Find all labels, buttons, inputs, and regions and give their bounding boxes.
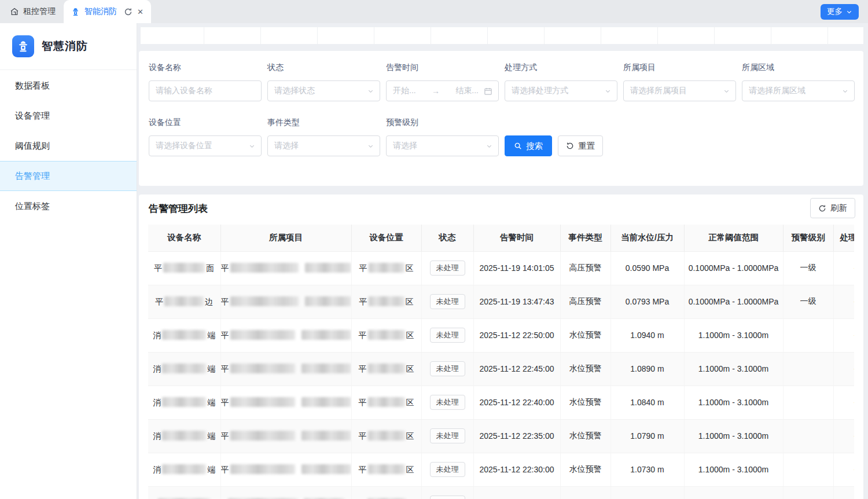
search-icon [514,142,522,150]
tabbar-spacer [151,0,821,23]
redacted-text [301,397,351,407]
redacted-text [230,296,299,306]
cell-project: 平向) [220,419,351,453]
tab-close-icon[interactable]: ✕ [137,8,144,16]
device-name-input[interactable]: 请输入设备名称 [149,80,262,101]
cell-value: 1.0890 m [610,352,684,386]
alarm-table: 设备名称所属项目设备位置状态告警时间事件类型当前水位/压力正常阈值范围预警级别处… [148,225,854,499]
cell-name: 消端 [148,453,220,486]
cell-time [473,486,560,499]
column-header-value: 当前水位/压力 [610,225,684,251]
refresh-button[interactable]: 刷新 [810,198,855,218]
cell-status: 未处理 [421,352,473,386]
redacted-text [163,263,205,273]
cell-range: 1.1000m - 3.1000m [684,386,783,419]
device-location-select[interactable]: 请选择设备位置 [149,135,262,156]
cell-name: 消端 [148,318,220,352]
cell-loc [351,486,421,499]
sidebar-item-dashboard[interactable]: 数据看板 [0,71,137,101]
status-tag: 未处理 [430,294,465,309]
redacted-text [368,397,405,407]
reset-icon [566,142,574,150]
filter-device-name: 设备名称 请输入设备名称 [149,63,262,101]
cell-range [684,486,783,499]
tab-refresh-icon[interactable] [124,8,133,16]
calendar-icon [484,87,492,96]
redacted-text [305,296,351,306]
reset-button[interactable]: 重置 [558,135,603,156]
fire-hydrant-icon [71,8,80,16]
redacted-text [369,263,404,273]
redacted-text [162,431,206,441]
sidebar-item-threshold-rules[interactable]: 阈值规则 [0,131,137,161]
cell-name: 平边 [148,285,220,318]
redacted-text [301,330,351,340]
alarm-level-select[interactable]: 请选择 [386,135,499,156]
redacted-text [164,296,204,306]
sidebar: 智慧消防 数据看板 设备管理 阈值规则 告警管理 位置标签 [0,23,137,499]
redacted-text [162,464,206,474]
cell-value: 1.0840 m [610,386,684,419]
status-tag: 未处理 [430,395,465,410]
status-select[interactable]: 请选择状态 [267,80,380,101]
redacted-text [230,263,299,273]
cell-time: 2025-11-12 22:50:00 [473,318,560,352]
status-tag: 未处理 [430,496,465,499]
cell-time: 2025-11-12 22:30:00 [473,453,560,486]
column-header-level: 预警级别 [783,225,833,251]
cell-project: 平向) [220,285,351,318]
cell-level [783,453,833,486]
chevron-down-icon [846,9,852,15]
table-row: 未处理 [148,486,854,499]
table-row: 消端平向)平区未处理2025-11-12 22:30:00水位预警1.0730 … [148,453,854,486]
tab-smart-fire[interactable]: 智能消防 ✕ [64,0,151,23]
column-header-status: 状态 [421,225,473,251]
cell-action: -- [833,352,854,386]
cell-project [220,486,351,499]
table-row: 消端平向)平区未处理2025-11-12 22:40:00水位预警1.0840 … [148,386,854,419]
app-title: 智慧消防 [42,39,88,54]
redacted-text [230,330,295,340]
filter-region-label: 所属区域 [742,63,855,73]
sidebar-item-location-tags[interactable]: 位置标签 [0,191,137,221]
cell-name: 消端 [148,419,220,453]
more-button[interactable]: 更多 [821,4,859,20]
cell-time: 2025-11-12 22:45:00 [473,352,560,386]
cell-action: -- [833,419,854,453]
sidebar-item-alarm-management[interactable]: 告警管理 [0,161,137,191]
cell-action: -- [833,453,854,486]
sidebar-item-devices[interactable]: 设备管理 [0,101,137,131]
cell-value [610,486,684,499]
alarm-time-range-picker[interactable]: 开始... → 结束... [386,80,499,101]
tab-rent-control[interactable]: 租控管理 [0,0,64,23]
cell-loc: 平区 [351,318,421,352]
region-select[interactable]: 请选择所属区域 [742,80,855,101]
redacted-text [368,364,405,373]
search-button[interactable]: 搜索 [505,135,552,156]
table-row: 消端平向)平区未处理2025-11-12 22:50:00水位预警1.0940 … [148,318,854,352]
alarm-list-panel: 告警管理列表 刷新 设备名称所属项目设备位置状态告警时间事件类型当前水位/压力正… [139,195,863,499]
cell-status: 未处理 [421,419,473,453]
refresh-icon [818,204,826,212]
cell-range: 1.1000m - 3.1000m [684,453,783,486]
chevron-down-icon [486,143,492,149]
cell-loc: 平区 [351,453,421,486]
filter-status-label: 状态 [267,63,380,73]
filter-project-label: 所属项目 [623,63,736,73]
handle-method-select[interactable]: 请选择处理方式 [505,80,617,101]
redacted-text [230,364,295,373]
cell-value: 1.0790 m [610,419,684,453]
redacted-text [301,464,351,474]
cell-name: 消端 [148,352,220,386]
cell-project: 平向) [220,453,351,486]
event-type-select[interactable]: 请选择 [267,135,380,156]
filter-alarm-level-label: 预警级别 [386,118,499,128]
column-header-name: 设备名称 [148,225,220,251]
redacted-text [162,330,206,340]
cell-range: 0.1000MPa - 1.0000MPa [684,285,783,318]
cell-status: 未处理 [421,486,473,499]
filter-project: 所属项目 请选择所属项目 [623,63,736,101]
cell-level [783,386,833,419]
project-select[interactable]: 请选择所属项目 [623,80,736,101]
filter-device-location-label: 设备位置 [149,118,262,128]
